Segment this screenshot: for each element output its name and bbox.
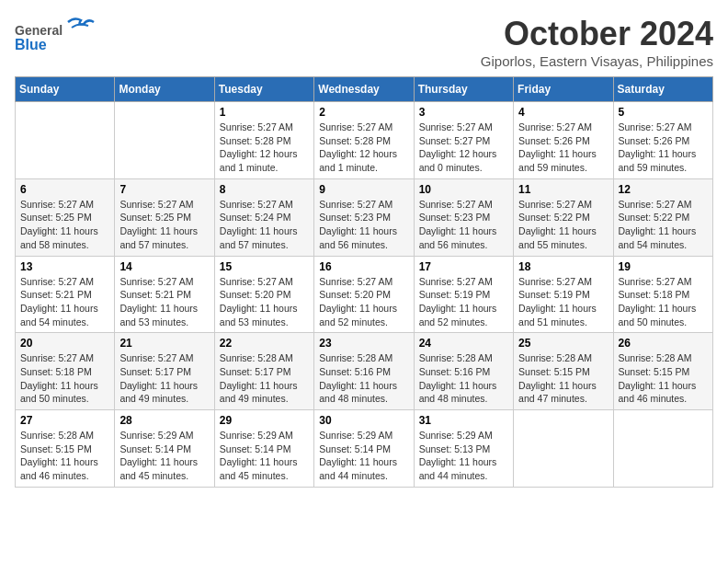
day-number: 30	[319, 414, 408, 427]
day-number: 31	[419, 414, 508, 427]
calendar-cell: 1Sunrise: 5:27 AM Sunset: 5:28 PM Daylig…	[214, 102, 313, 179]
day-info: Sunrise: 5:27 AM Sunset: 5:22 PM Dayligh…	[619, 198, 708, 252]
day-info: Sunrise: 5:28 AM Sunset: 5:15 PM Dayligh…	[20, 429, 109, 483]
calendar-cell: 22Sunrise: 5:28 AM Sunset: 5:17 PM Dayli…	[214, 333, 313, 410]
svg-text:Blue: Blue	[15, 37, 47, 52]
day-number: 18	[518, 260, 608, 273]
day-number: 15	[220, 260, 309, 273]
day-info: Sunrise: 5:29 AM Sunset: 5:13 PM Dayligh…	[419, 429, 508, 483]
day-number: 27	[20, 414, 109, 427]
calendar-cell: 27Sunrise: 5:28 AM Sunset: 5:15 PM Dayli…	[16, 410, 115, 488]
day-info: Sunrise: 5:27 AM Sunset: 5:22 PM Dayligh…	[518, 198, 608, 252]
day-number: 9	[319, 183, 408, 196]
day-number: 24	[419, 337, 508, 350]
day-info: Sunrise: 5:27 AM Sunset: 5:19 PM Dayligh…	[518, 275, 608, 329]
day-number: 26	[619, 337, 708, 350]
calendar-cell: 14Sunrise: 5:27 AM Sunset: 5:21 PM Dayli…	[115, 256, 214, 333]
day-number: 23	[319, 337, 408, 350]
day-info: Sunrise: 5:28 AM Sunset: 5:16 PM Dayligh…	[319, 351, 408, 406]
calendar-cell: 30Sunrise: 5:29 AM Sunset: 5:14 PM Dayli…	[314, 410, 414, 488]
calendar-cell: 24Sunrise: 5:28 AM Sunset: 5:16 PM Dayli…	[414, 333, 513, 410]
calendar-cell: 26Sunrise: 5:28 AM Sunset: 5:15 PM Dayli…	[613, 333, 712, 410]
day-info: Sunrise: 5:28 AM Sunset: 5:15 PM Dayligh…	[518, 351, 608, 406]
col-saturday: Saturday	[613, 77, 712, 102]
calendar-cell: 11Sunrise: 5:27 AM Sunset: 5:22 PM Dayli…	[514, 178, 613, 256]
calendar-week-4: 20Sunrise: 5:27 AM Sunset: 5:18 PM Dayli…	[16, 333, 713, 410]
day-info: Sunrise: 5:27 AM Sunset: 5:25 PM Dayligh…	[20, 198, 109, 252]
calendar-cell: 21Sunrise: 5:27 AM Sunset: 5:17 PM Dayli…	[115, 333, 214, 410]
day-info: Sunrise: 5:28 AM Sunset: 5:17 PM Dayligh…	[220, 351, 309, 406]
col-friday: Friday	[514, 77, 613, 102]
col-monday: Monday	[115, 77, 214, 102]
calendar-cell	[613, 410, 712, 488]
calendar-cell: 10Sunrise: 5:27 AM Sunset: 5:23 PM Dayli…	[414, 178, 513, 256]
day-info: Sunrise: 5:27 AM Sunset: 5:28 PM Dayligh…	[220, 121, 309, 175]
day-number: 17	[419, 260, 508, 273]
day-info: Sunrise: 5:27 AM Sunset: 5:20 PM Dayligh…	[319, 275, 408, 329]
day-number: 21	[119, 337, 209, 350]
calendar-cell: 31Sunrise: 5:29 AM Sunset: 5:13 PM Dayli…	[414, 410, 513, 488]
calendar-cell: 16Sunrise: 5:27 AM Sunset: 5:20 PM Dayli…	[314, 256, 414, 333]
day-info: Sunrise: 5:27 AM Sunset: 5:21 PM Dayligh…	[20, 275, 109, 329]
day-info: Sunrise: 5:27 AM Sunset: 5:20 PM Dayligh…	[220, 275, 309, 329]
calendar-table: Sunday Monday Tuesday Wednesday Thursday…	[15, 76, 713, 488]
calendar-cell	[514, 410, 613, 488]
calendar-cell: 12Sunrise: 5:27 AM Sunset: 5:22 PM Dayli…	[613, 178, 712, 256]
day-number: 8	[220, 183, 309, 196]
day-info: Sunrise: 5:27 AM Sunset: 5:26 PM Dayligh…	[619, 121, 708, 175]
col-tuesday: Tuesday	[214, 77, 313, 102]
calendar-cell: 19Sunrise: 5:27 AM Sunset: 5:18 PM Dayli…	[613, 256, 712, 333]
day-number: 13	[20, 260, 109, 273]
calendar-cell: 5Sunrise: 5:27 AM Sunset: 5:26 PM Daylig…	[613, 102, 712, 179]
day-number: 14	[119, 260, 209, 273]
calendar-cell: 4Sunrise: 5:27 AM Sunset: 5:26 PM Daylig…	[514, 102, 613, 179]
day-number: 6	[20, 183, 109, 196]
day-number: 4	[518, 106, 608, 119]
calendar-week-5: 27Sunrise: 5:28 AM Sunset: 5:15 PM Dayli…	[16, 410, 713, 488]
calendar-cell: 15Sunrise: 5:27 AM Sunset: 5:20 PM Dayli…	[214, 256, 313, 333]
day-info: Sunrise: 5:28 AM Sunset: 5:16 PM Dayligh…	[419, 351, 508, 406]
calendar-cell: 3Sunrise: 5:27 AM Sunset: 5:27 PM Daylig…	[414, 102, 513, 179]
day-number: 19	[619, 260, 708, 273]
day-number: 11	[518, 183, 608, 196]
calendar-cell: 17Sunrise: 5:27 AM Sunset: 5:19 PM Dayli…	[414, 256, 513, 333]
location-subtitle: Giporlos, Eastern Visayas, Philippines	[481, 53, 713, 69]
day-number: 7	[119, 183, 209, 196]
day-number: 3	[419, 106, 508, 119]
col-sunday: Sunday	[16, 77, 115, 102]
col-thursday: Thursday	[414, 77, 513, 102]
day-info: Sunrise: 5:27 AM Sunset: 5:28 PM Dayligh…	[319, 121, 408, 175]
day-info: Sunrise: 5:27 AM Sunset: 5:26 PM Dayligh…	[518, 121, 608, 175]
calendar-cell: 23Sunrise: 5:28 AM Sunset: 5:16 PM Dayli…	[314, 333, 414, 410]
day-info: Sunrise: 5:27 AM Sunset: 5:25 PM Dayligh…	[119, 198, 209, 252]
day-info: Sunrise: 5:29 AM Sunset: 5:14 PM Dayligh…	[319, 429, 408, 483]
title-block: October 2024 Giporlos, Eastern Visayas, …	[481, 15, 713, 69]
day-info: Sunrise: 5:28 AM Sunset: 5:15 PM Dayligh…	[619, 351, 708, 406]
day-number: 25	[518, 337, 608, 350]
day-number: 5	[619, 106, 708, 119]
day-info: Sunrise: 5:27 AM Sunset: 5:19 PM Dayligh…	[419, 275, 508, 329]
calendar-cell: 29Sunrise: 5:29 AM Sunset: 5:14 PM Dayli…	[214, 410, 313, 488]
day-info: Sunrise: 5:27 AM Sunset: 5:23 PM Dayligh…	[419, 198, 508, 252]
calendar-week-3: 13Sunrise: 5:27 AM Sunset: 5:21 PM Dayli…	[16, 256, 713, 333]
calendar-cell: 13Sunrise: 5:27 AM Sunset: 5:21 PM Dayli…	[16, 256, 115, 333]
day-info: Sunrise: 5:27 AM Sunset: 5:21 PM Dayligh…	[119, 275, 209, 329]
day-number: 22	[220, 337, 309, 350]
calendar-week-2: 6Sunrise: 5:27 AM Sunset: 5:25 PM Daylig…	[16, 178, 713, 256]
month-year-title: October 2024	[481, 15, 713, 53]
day-number: 1	[220, 106, 309, 119]
calendar-cell	[16, 102, 115, 179]
calendar-cell: 28Sunrise: 5:29 AM Sunset: 5:14 PM Dayli…	[115, 410, 214, 488]
calendar-cell: 8Sunrise: 5:27 AM Sunset: 5:24 PM Daylig…	[214, 178, 313, 256]
calendar-header-row: Sunday Monday Tuesday Wednesday Thursday…	[16, 77, 713, 102]
day-info: Sunrise: 5:29 AM Sunset: 5:14 PM Dayligh…	[119, 429, 209, 483]
day-info: Sunrise: 5:27 AM Sunset: 5:23 PM Dayligh…	[319, 198, 408, 252]
day-info: Sunrise: 5:27 AM Sunset: 5:24 PM Dayligh…	[220, 198, 309, 252]
day-info: Sunrise: 5:27 AM Sunset: 5:27 PM Dayligh…	[419, 121, 508, 175]
day-number: 12	[619, 183, 708, 196]
day-number: 20	[20, 337, 109, 350]
day-info: Sunrise: 5:27 AM Sunset: 5:18 PM Dayligh…	[619, 275, 708, 329]
calendar-week-1: 1Sunrise: 5:27 AM Sunset: 5:28 PM Daylig…	[16, 102, 713, 179]
col-wednesday: Wednesday	[314, 77, 414, 102]
calendar-cell: 6Sunrise: 5:27 AM Sunset: 5:25 PM Daylig…	[16, 178, 115, 256]
